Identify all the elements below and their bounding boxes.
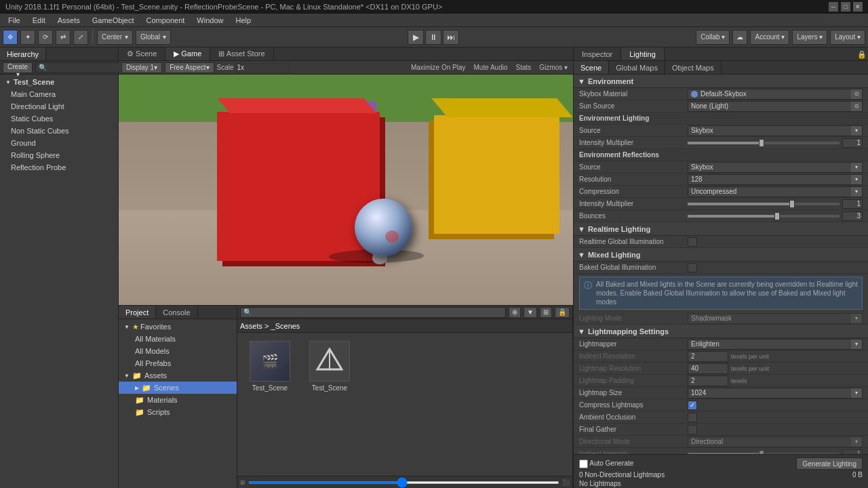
ao-checkbox[interactable] [688, 413, 697, 422]
search-filter-button[interactable]: ▼ [524, 307, 537, 318]
refl-intensity-slider[interactable] [688, 203, 840, 205]
tab-scene[interactable]: ⚙ Scene [119, 47, 165, 60]
lightmapper-value[interactable]: Enlighten ▾ [688, 339, 863, 350]
resolution-value[interactable]: 128 ▾ [688, 174, 863, 185]
auto-generate-checkbox[interactable] [579, 460, 588, 468]
env-source-pick[interactable]: ▾ [851, 126, 862, 136]
tab-game[interactable]: ▶ Game [165, 47, 210, 60]
collab-dropdown[interactable]: Collab ▾ [696, 30, 730, 45]
project-item-all-materials[interactable]: All Materials [119, 333, 237, 345]
menu-help[interactable]: Help [230, 15, 256, 26]
menu-file[interactable]: File [3, 15, 26, 26]
env-source-value[interactable]: Skybox ▾ [688, 125, 863, 136]
tool-rect[interactable]: ⤢ [73, 30, 88, 45]
play-button[interactable]: ▶ [408, 30, 424, 45]
pause-button[interactable]: ⏸ [425, 30, 441, 45]
lock-icon[interactable]: 🔒 [856, 47, 868, 61]
asset-search-input[interactable] [240, 307, 506, 318]
menu-assets[interactable]: Assets [52, 15, 85, 26]
section-lightmapping[interactable]: ▼ Lightmapping Settings [574, 325, 868, 338]
close-button[interactable]: ✕ [853, 2, 863, 12]
viewport[interactable] [119, 75, 573, 305]
lighting-tab-global-maps[interactable]: Global Maps [609, 61, 665, 74]
bounces-slider[interactable] [688, 215, 840, 218]
project-item-scenes[interactable]: ▶ 📁 Scenes [119, 382, 237, 394]
hierarchy-item-directional-light[interactable]: Directional Light [0, 100, 118, 113]
global-dropdown[interactable]: Global ▾ [136, 30, 171, 45]
baked-gi-checkbox[interactable] [688, 263, 697, 272]
generate-lighting-button[interactable]: Generate Lighting [796, 458, 863, 470]
intensity-slider[interactable] [688, 142, 840, 144]
realtime-gi-checkbox[interactable] [688, 237, 697, 247]
tab-asset-store[interactable]: ⊞ Asset Store [210, 47, 273, 60]
skybox-pick[interactable]: ⊙ [851, 89, 862, 99]
scenes-crumb[interactable]: _Scenes [271, 322, 300, 330]
compression-value[interactable]: Uncompressed ▾ [688, 186, 863, 197]
assets-crumb[interactable]: Assets [240, 322, 262, 330]
lightmap-size-value[interactable]: 1024 ▾ [688, 388, 863, 399]
project-item-all-prefabs[interactable]: All Prefabs [119, 357, 237, 369]
hierarchy-item-ground[interactable]: Ground [0, 137, 118, 149]
center-dropdown[interactable]: Center ▾ [97, 30, 133, 45]
menu-component[interactable]: Component [140, 15, 190, 26]
project-item-scripts[interactable]: 📁 Scripts [119, 406, 237, 418]
lighting-tab-object-maps[interactable]: Object Maps [665, 61, 722, 74]
section-environment[interactable]: ▼ Environment [574, 75, 868, 88]
lock-button[interactable]: 🔒 [555, 307, 570, 318]
project-item-all-models[interactable]: All Models [119, 345, 237, 357]
display-dropdown[interactable]: Display 1 ▾ [121, 62, 162, 73]
tool-hand[interactable]: ✥ [3, 30, 18, 45]
aspect-dropdown[interactable]: Free Aspect ▾ [165, 62, 214, 73]
menu-edit[interactable]: Edit [27, 15, 51, 26]
step-button[interactable]: ⏭ [443, 30, 459, 45]
asset-item-test-scene[interactable]: 🎬 Test_Scene [243, 338, 297, 394]
project-item-favorites[interactable]: ▼ ★ Favorites [119, 321, 237, 333]
compress-lm-checkbox[interactable]: ✓ [688, 401, 697, 410]
refl-source-value[interactable]: Skybox ▾ [688, 162, 863, 173]
maximize-on-play-label[interactable]: Maximize On Play [408, 64, 469, 71]
view-toggle-button[interactable]: ⊞ [540, 307, 552, 318]
mute-audio-label[interactable]: Mute Audio [471, 64, 510, 71]
project-item-materials[interactable]: 📁 Materials [119, 394, 237, 406]
lightmapper-pick[interactable]: ▾ [851, 340, 862, 349]
hierarchy-item-reflection-probe[interactable]: Reflection Probe [0, 161, 118, 174]
tab-project[interactable]: Project [119, 306, 156, 319]
menu-window[interactable]: Window [191, 15, 229, 26]
intensity-thumb[interactable] [759, 139, 764, 147]
tool-scale[interactable]: ⇄ [56, 30, 71, 45]
tab-lighting[interactable]: Lighting [621, 47, 665, 60]
intensity-number[interactable]: 1 [842, 138, 863, 148]
hierarchy-item-scene[interactable]: ▼ Test_Scene [0, 76, 118, 88]
section-mixed-lighting[interactable]: ▼ Mixed Lighting [574, 248, 868, 262]
resolution-pick[interactable]: ▾ [851, 175, 862, 184]
hierarchy-item-non-static-cubes[interactable]: Non Static Cubes [0, 125, 118, 137]
skybox-value[interactable]: Default-Skybox ⊙ [688, 89, 863, 100]
tab-inspector[interactable]: Inspector [574, 47, 621, 60]
section-realtime-lighting[interactable]: ▼ Realtime Lighting [574, 222, 868, 236]
layers-dropdown[interactable]: Layers ▾ [792, 30, 827, 45]
hierarchy-item-main-camera[interactable]: Main Camera [0, 88, 118, 100]
fg-checkbox[interactable] [688, 425, 697, 434]
menu-gameobject[interactable]: GameObject [87, 15, 140, 26]
hierarchy-search-input[interactable] [35, 62, 128, 73]
tab-console[interactable]: Console [156, 306, 197, 319]
sun-pick[interactable]: ⊙ [851, 102, 862, 111]
lighting-tab-scene[interactable]: Scene [574, 61, 609, 74]
refl-source-pick[interactable]: ▾ [851, 163, 862, 172]
stats-label[interactable]: Stats [513, 64, 534, 71]
maximize-button[interactable]: □ [841, 2, 850, 12]
minimize-button[interactable]: ─ [829, 2, 838, 12]
scale-input[interactable] [235, 63, 290, 73]
bounces-number[interactable]: 3 [842, 211, 863, 221]
layout-dropdown[interactable]: Layout ▾ [830, 30, 865, 45]
cloud-button[interactable]: ☁ [732, 30, 747, 45]
compression-pick[interactable]: ▾ [851, 187, 862, 197]
hierarchy-create-button[interactable]: Create ▾ [3, 62, 33, 73]
refl-intensity-number[interactable]: 1 [842, 199, 863, 209]
lightmap-size-pick[interactable]: ▾ [851, 388, 862, 398]
gizmos-label[interactable]: Gizmos ▾ [536, 64, 570, 71]
tool-move[interactable]: ✦ [20, 30, 35, 45]
project-item-assets[interactable]: ▼ 📁 Assets [119, 369, 237, 382]
search-options-button[interactable]: ⊕ [509, 307, 521, 318]
sun-value[interactable]: None (Light) ⊙ [688, 101, 863, 112]
